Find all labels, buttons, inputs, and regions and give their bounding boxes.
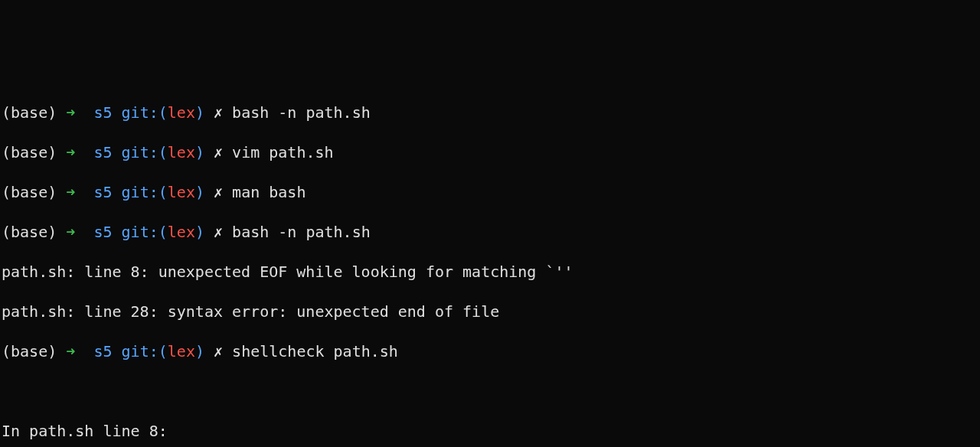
cwd: s5 (93, 342, 112, 361)
arrow-icon: ➜ (66, 342, 75, 361)
git-label: git:( (122, 183, 168, 201)
git-label: git:( (122, 342, 168, 361)
cwd: s5 (93, 103, 112, 122)
git-close: ) (195, 143, 204, 162)
git-label: git:( (122, 103, 168, 122)
git-label: git:( (122, 143, 168, 162)
bash-error-1: path.sh: line 8: unexpected EOF while lo… (2, 262, 978, 282)
prompt-line-2: (base) ➜ s5 git:(lex) ✗ vim path.sh (2, 142, 978, 162)
bash-error-2: path.sh: line 28: syntax error: unexpect… (2, 302, 978, 321)
prompt-line-5: (base) ➜ s5 git:(lex) ✗ shellcheck path.… (2, 341, 978, 361)
git-branch: lex (168, 223, 195, 241)
env-label: (base) (2, 183, 57, 201)
arrow-icon: ➜ (66, 103, 75, 122)
prompt-line-4: (base) ➜ s5 git:(lex) ✗ bash -n path.sh (2, 222, 978, 242)
prompt-line-3: (base) ➜ s5 git:(lex) ✗ man bash (2, 182, 978, 202)
git-label: git:( (122, 223, 168, 241)
terminal-output[interactable]: (base) ➜ s5 git:(lex) ✗ bash -n path.sh … (2, 83, 978, 447)
cwd: s5 (93, 143, 112, 162)
blank-line (2, 381, 978, 401)
git-close: ) (195, 103, 204, 122)
cwd: s5 (93, 223, 112, 241)
dirty-icon: ✗ (214, 342, 223, 361)
arrow-icon: ➜ (66, 143, 75, 162)
env-label: (base) (2, 342, 57, 361)
git-branch: lex (168, 143, 195, 162)
git-close: ) (195, 342, 204, 361)
git-close: ) (195, 183, 204, 201)
command-4: bash -n path.sh (232, 223, 371, 241)
command-1: bash -n path.sh (232, 103, 371, 122)
dirty-icon: ✗ (214, 143, 223, 162)
dirty-icon: ✗ (214, 183, 223, 201)
command-2: vim path.sh (232, 143, 333, 162)
git-branch: lex (168, 183, 195, 201)
dirty-icon: ✗ (214, 103, 223, 122)
command-5: shellcheck path.sh (232, 342, 398, 361)
command-3: man bash (232, 183, 305, 201)
cwd: s5 (93, 183, 112, 201)
arrow-icon: ➜ (66, 223, 75, 241)
prompt-line-1: (base) ➜ s5 git:(lex) ✗ bash -n path.sh (2, 103, 978, 122)
env-label: (base) (2, 103, 57, 122)
git-branch: lex (168, 103, 195, 122)
dirty-icon: ✗ (214, 223, 223, 241)
shellcheck-location-1: In path.sh line 8: (2, 421, 978, 441)
env-label: (base) (2, 223, 57, 241)
arrow-icon: ➜ (66, 183, 75, 201)
git-close: ) (195, 223, 204, 241)
env-label: (base) (2, 143, 57, 162)
git-branch: lex (168, 342, 195, 361)
